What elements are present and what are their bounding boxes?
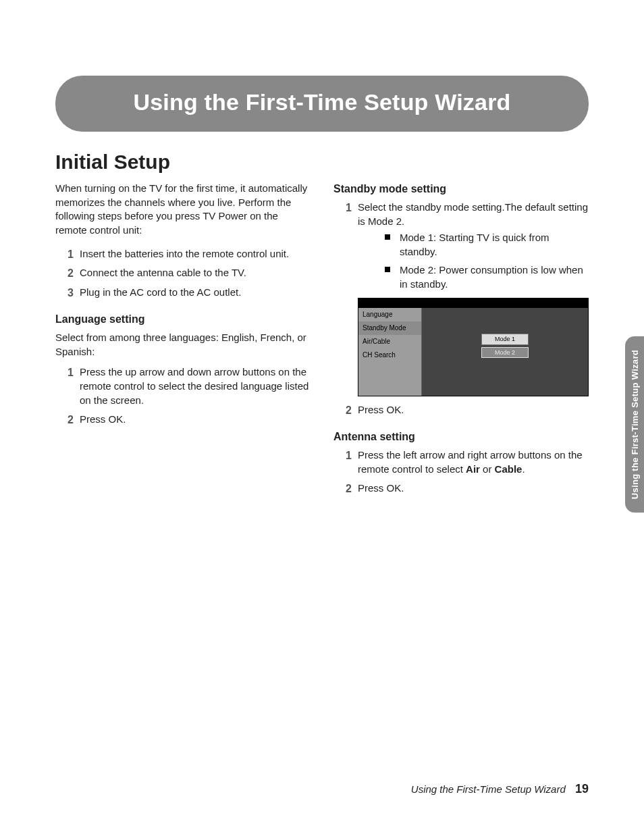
tv-menu-figure: Language Standby Mode Air/Cable CH Searc… — [358, 298, 589, 396]
step-text: Press the up arrow and down arrow button… — [80, 366, 308, 405]
section-title: Initial Setup — [55, 151, 589, 174]
two-column-layout: When turning on the TV for the first tim… — [55, 182, 589, 501]
tv-menu-option-selected: Mode 2 — [481, 347, 529, 358]
tv-menu-body: Language Standby Mode Air/Cable CH Searc… — [358, 308, 588, 396]
standby-steps: 1 Select the standby mode setting.The de… — [333, 201, 589, 417]
step-number: 1 — [68, 247, 74, 262]
step-text: Press the left arrow and right arrow but… — [358, 449, 583, 475]
tv-menu-side-item: CH Search — [358, 348, 421, 362]
step-text: Plug in the AC cord to the AC outlet. — [80, 286, 241, 298]
tv-menu-main: Mode 1 Mode 2 — [422, 308, 588, 396]
text-fragment: . — [522, 463, 525, 475]
standby-bullets: Mode 1: Starting TV is quick from standb… — [358, 231, 589, 291]
bold-text: Cable — [495, 463, 522, 475]
language-steps: 1Press the up arrow and down arrow butto… — [55, 365, 311, 427]
list-item: 1Press the up arrow and down arrow butto… — [68, 365, 311, 407]
right-column: Standby mode setting 1 Select the standb… — [333, 182, 589, 501]
left-column: When turning on the TV for the first tim… — [55, 182, 311, 501]
chapter-banner: Using the First-Time Setup Wizard — [55, 76, 589, 132]
side-tab-label: Using the First-Time Setup Wizard — [630, 350, 640, 499]
list-item: 2Connect the antenna cable to the TV. — [68, 266, 311, 280]
step-text: Press OK. — [358, 404, 404, 415]
prereq-steps: 1Insert the batteries into the remote co… — [55, 247, 311, 300]
tv-menu-side-item-selected: Standby Mode — [358, 321, 421, 335]
list-item: 1 Select the standby mode setting.The de… — [346, 201, 589, 396]
step-number: 1 — [346, 448, 352, 463]
tv-menu-side-item: Air/Cable — [358, 335, 421, 348]
tv-menu-topbar — [358, 298, 588, 308]
step-number: 1 — [346, 201, 352, 215]
list-item: 2Press OK. — [346, 481, 589, 496]
tv-menu-side-item: Language — [358, 308, 421, 321]
bold-text: Air — [466, 463, 480, 475]
intro-paragraph: When turning on the TV for the first tim… — [55, 182, 311, 238]
step-text: Press OK. — [80, 413, 126, 425]
list-item: 2Press OK. — [346, 403, 589, 417]
bullet-item: Mode 2: Power consumption is low when in… — [385, 263, 589, 291]
step-text: Press OK. — [358, 482, 404, 494]
step-text: Select the standby mode setting.The defa… — [358, 201, 588, 227]
step-number: 2 — [346, 481, 352, 496]
list-item: 1 Press the left arrow and right arrow b… — [346, 448, 589, 476]
bullet-item: Mode 1: Starting TV is quick from standb… — [385, 231, 589, 259]
page-footer: Using the First-Time Setup Wizard 19 — [411, 782, 589, 796]
list-item: 1Insert the batteries into the remote co… — [68, 247, 311, 261]
step-text: Insert the batteries into the remote con… — [80, 248, 289, 259]
antenna-heading: Antenna setting — [333, 429, 589, 444]
step-number: 2 — [68, 413, 74, 427]
step-number: 1 — [68, 365, 74, 380]
side-tab: Using the First-Time Setup Wizard — [625, 336, 644, 513]
chapter-title: Using the First-Time Setup Wizard — [62, 89, 582, 115]
step-number: 3 — [68, 286, 74, 301]
tv-menu-option: Mode 1 — [481, 334, 529, 344]
text-fragment: or — [480, 463, 495, 475]
language-paragraph: Select from among three languages: Engli… — [55, 331, 311, 359]
step-text: Connect the antenna cable to the TV. — [80, 267, 246, 278]
list-item: 2Press OK. — [68, 413, 311, 427]
step-number: 2 — [346, 403, 352, 418]
page-number: 19 — [575, 782, 589, 796]
standby-heading: Standby mode setting — [333, 182, 589, 197]
antenna-steps: 1 Press the left arrow and right arrow b… — [333, 448, 589, 496]
language-heading: Language setting — [55, 312, 311, 327]
footer-title: Using the First-Time Setup Wizard — [411, 783, 566, 795]
list-item: 3Plug in the AC cord to the AC outlet. — [68, 286, 311, 300]
step-number: 2 — [68, 266, 74, 281]
tv-menu-sidebar: Language Standby Mode Air/Cable CH Searc… — [358, 308, 422, 396]
